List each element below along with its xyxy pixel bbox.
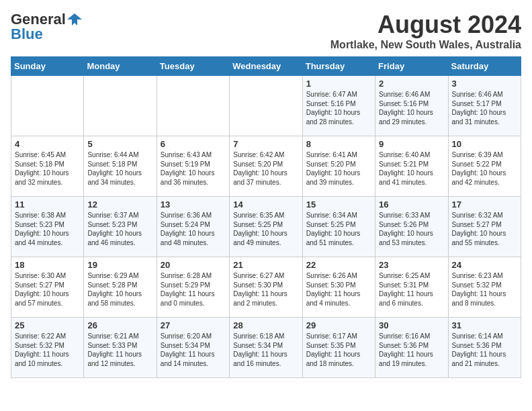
logo-blue: Blue bbox=[11, 26, 43, 43]
day-header-thursday: Thursday bbox=[302, 57, 375, 76]
day-number: 12 bbox=[87, 199, 152, 210]
day-number: 1 bbox=[306, 79, 371, 89]
cell-info: Sunrise: 6:23 AM Sunset: 5:32 PM Dayligh… bbox=[452, 271, 517, 308]
cell-info: Sunrise: 6:22 AM Sunset: 5:32 PM Dayligh… bbox=[15, 332, 80, 368]
day-number: 26 bbox=[87, 320, 152, 330]
calendar-cell: 29Sunrise: 6:17 AM Sunset: 5:35 PM Dayli… bbox=[302, 318, 375, 378]
svg-marker-0 bbox=[67, 13, 82, 26]
cell-info: Sunrise: 6:41 AM Sunset: 5:20 PM Dayligh… bbox=[306, 150, 371, 187]
day-number: 7 bbox=[233, 139, 298, 149]
cell-info: Sunrise: 6:46 AM Sunset: 5:16 PM Dayligh… bbox=[379, 90, 444, 126]
calendar-header-row: SundayMondayTuesdayWednesdayThursdayFrid… bbox=[11, 57, 521, 76]
cell-info: Sunrise: 6:18 AM Sunset: 5:34 PM Dayligh… bbox=[233, 332, 298, 368]
day-number: 10 bbox=[452, 139, 517, 149]
calendar-cell: 11Sunrise: 6:38 AM Sunset: 5:23 PM Dayli… bbox=[11, 197, 84, 257]
cell-info: Sunrise: 6:26 AM Sunset: 5:30 PM Dayligh… bbox=[306, 271, 371, 308]
calendar-cell: 21Sunrise: 6:27 AM Sunset: 5:30 PM Dayli… bbox=[230, 257, 302, 318]
cell-info: Sunrise: 6:33 AM Sunset: 5:26 PM Dayligh… bbox=[379, 211, 444, 247]
cell-info: Sunrise: 6:25 AM Sunset: 5:31 PM Dayligh… bbox=[379, 271, 444, 308]
day-header-wednesday: Wednesday bbox=[230, 57, 302, 76]
calendar-cell: 12Sunrise: 6:37 AM Sunset: 5:23 PM Dayli… bbox=[84, 197, 157, 257]
cell-info: Sunrise: 6:39 AM Sunset: 5:22 PM Dayligh… bbox=[452, 150, 517, 187]
calendar-cell: 23Sunrise: 6:25 AM Sunset: 5:31 PM Dayli… bbox=[375, 257, 448, 318]
day-number: 21 bbox=[233, 260, 298, 270]
calendar-cell: 3Sunrise: 6:46 AM Sunset: 5:17 PM Daylig… bbox=[448, 76, 521, 136]
day-number: 4 bbox=[15, 139, 80, 149]
cell-info: Sunrise: 6:37 AM Sunset: 5:23 PM Dayligh… bbox=[87, 211, 152, 247]
cell-info: Sunrise: 6:47 AM Sunset: 5:16 PM Dayligh… bbox=[306, 90, 371, 126]
calendar-cell: 24Sunrise: 6:23 AM Sunset: 5:32 PM Dayli… bbox=[448, 257, 521, 318]
calendar-cell: 1Sunrise: 6:47 AM Sunset: 5:16 PM Daylig… bbox=[302, 76, 375, 136]
cell-info: Sunrise: 6:20 AM Sunset: 5:34 PM Dayligh… bbox=[161, 332, 226, 368]
cell-info: Sunrise: 6:35 AM Sunset: 5:25 PM Dayligh… bbox=[233, 211, 298, 247]
logo-bird-icon bbox=[67, 12, 82, 27]
calendar-cell: 13Sunrise: 6:36 AM Sunset: 5:24 PM Dayli… bbox=[157, 197, 229, 257]
calendar-cell: 10Sunrise: 6:39 AM Sunset: 5:22 PM Dayli… bbox=[448, 136, 521, 197]
calendar-cell: 9Sunrise: 6:40 AM Sunset: 5:21 PM Daylig… bbox=[375, 136, 448, 197]
calendar-cell bbox=[84, 76, 157, 136]
title-section: August 2024 Mortlake, New South Wales, A… bbox=[330, 11, 521, 51]
day-header-tuesday: Tuesday bbox=[157, 57, 229, 76]
calendar-cell: 18Sunrise: 6:30 AM Sunset: 5:27 PM Dayli… bbox=[11, 257, 84, 318]
cell-info: Sunrise: 6:16 AM Sunset: 5:36 PM Dayligh… bbox=[379, 332, 444, 368]
cell-info: Sunrise: 6:14 AM Sunset: 5:36 PM Dayligh… bbox=[452, 332, 517, 368]
day-number: 17 bbox=[452, 199, 517, 210]
day-number: 9 bbox=[379, 139, 444, 149]
calendar-week-row: 11Sunrise: 6:38 AM Sunset: 5:23 PM Dayli… bbox=[11, 197, 521, 257]
day-number: 14 bbox=[233, 199, 298, 210]
day-number: 29 bbox=[306, 320, 371, 330]
calendar-table: SundayMondayTuesdayWednesdayThursdayFrid… bbox=[11, 56, 521, 378]
calendar-week-row: 4Sunrise: 6:45 AM Sunset: 5:18 PM Daylig… bbox=[11, 136, 521, 197]
cell-info: Sunrise: 6:28 AM Sunset: 5:29 PM Dayligh… bbox=[161, 271, 226, 308]
calendar-cell: 15Sunrise: 6:34 AM Sunset: 5:25 PM Dayli… bbox=[302, 197, 375, 257]
cell-info: Sunrise: 6:38 AM Sunset: 5:23 PM Dayligh… bbox=[15, 211, 80, 247]
cell-info: Sunrise: 6:34 AM Sunset: 5:25 PM Dayligh… bbox=[306, 211, 371, 247]
day-number: 20 bbox=[161, 260, 226, 270]
calendar-cell: 27Sunrise: 6:20 AM Sunset: 5:34 PM Dayli… bbox=[157, 318, 229, 378]
cell-info: Sunrise: 6:30 AM Sunset: 5:27 PM Dayligh… bbox=[15, 271, 80, 308]
day-number: 19 bbox=[87, 260, 152, 270]
day-number: 18 bbox=[15, 260, 80, 270]
calendar-cell: 25Sunrise: 6:22 AM Sunset: 5:32 PM Dayli… bbox=[11, 318, 84, 378]
day-number: 30 bbox=[379, 320, 444, 330]
day-number: 28 bbox=[233, 320, 298, 330]
calendar-cell: 30Sunrise: 6:16 AM Sunset: 5:36 PM Dayli… bbox=[375, 318, 448, 378]
day-header-sunday: Sunday bbox=[11, 57, 84, 76]
calendar-cell: 6Sunrise: 6:43 AM Sunset: 5:19 PM Daylig… bbox=[157, 136, 229, 197]
calendar-week-row: 18Sunrise: 6:30 AM Sunset: 5:27 PM Dayli… bbox=[11, 257, 521, 318]
calendar-cell: 14Sunrise: 6:35 AM Sunset: 5:25 PM Dayli… bbox=[230, 197, 302, 257]
calendar-cell: 4Sunrise: 6:45 AM Sunset: 5:18 PM Daylig… bbox=[11, 136, 84, 197]
calendar-cell: 20Sunrise: 6:28 AM Sunset: 5:29 PM Dayli… bbox=[157, 257, 229, 318]
day-header-friday: Friday bbox=[375, 57, 448, 76]
calendar-cell: 17Sunrise: 6:32 AM Sunset: 5:27 PM Dayli… bbox=[448, 197, 521, 257]
cell-info: Sunrise: 6:32 AM Sunset: 5:27 PM Dayligh… bbox=[452, 211, 517, 247]
calendar-cell: 7Sunrise: 6:42 AM Sunset: 5:20 PM Daylig… bbox=[230, 136, 302, 197]
day-number: 2 bbox=[379, 79, 444, 89]
calendar-cell: 5Sunrise: 6:44 AM Sunset: 5:18 PM Daylig… bbox=[84, 136, 157, 197]
day-number: 11 bbox=[15, 199, 80, 210]
day-number: 16 bbox=[379, 199, 444, 210]
day-header-monday: Monday bbox=[84, 57, 157, 76]
day-number: 23 bbox=[379, 260, 444, 270]
calendar-cell: 2Sunrise: 6:46 AM Sunset: 5:16 PM Daylig… bbox=[375, 76, 448, 136]
cell-info: Sunrise: 6:42 AM Sunset: 5:20 PM Dayligh… bbox=[233, 150, 298, 187]
calendar-cell bbox=[230, 76, 302, 136]
cell-info: Sunrise: 6:27 AM Sunset: 5:30 PM Dayligh… bbox=[233, 271, 298, 308]
day-number: 5 bbox=[87, 139, 152, 149]
calendar-cell: 26Sunrise: 6:21 AM Sunset: 5:33 PM Dayli… bbox=[84, 318, 157, 378]
calendar-week-row: 1Sunrise: 6:47 AM Sunset: 5:16 PM Daylig… bbox=[11, 76, 521, 136]
calendar-body: 1Sunrise: 6:47 AM Sunset: 5:16 PM Daylig… bbox=[11, 76, 521, 378]
cell-info: Sunrise: 6:17 AM Sunset: 5:35 PM Dayligh… bbox=[306, 332, 371, 368]
day-number: 25 bbox=[15, 320, 80, 330]
calendar-cell: 19Sunrise: 6:29 AM Sunset: 5:28 PM Dayli… bbox=[84, 257, 157, 318]
calendar-cell: 22Sunrise: 6:26 AM Sunset: 5:30 PM Dayli… bbox=[302, 257, 375, 318]
cell-info: Sunrise: 6:36 AM Sunset: 5:24 PM Dayligh… bbox=[161, 211, 226, 247]
cell-info: Sunrise: 6:40 AM Sunset: 5:21 PM Dayligh… bbox=[379, 150, 444, 187]
month-year-title: August 2024 bbox=[330, 11, 521, 39]
day-header-saturday: Saturday bbox=[448, 57, 521, 76]
day-number: 15 bbox=[306, 199, 371, 210]
cell-info: Sunrise: 6:29 AM Sunset: 5:28 PM Dayligh… bbox=[87, 271, 152, 308]
day-number: 6 bbox=[161, 139, 226, 149]
location-subtitle: Mortlake, New South Wales, Australia bbox=[330, 39, 521, 51]
calendar-cell: 28Sunrise: 6:18 AM Sunset: 5:34 PM Dayli… bbox=[230, 318, 302, 378]
